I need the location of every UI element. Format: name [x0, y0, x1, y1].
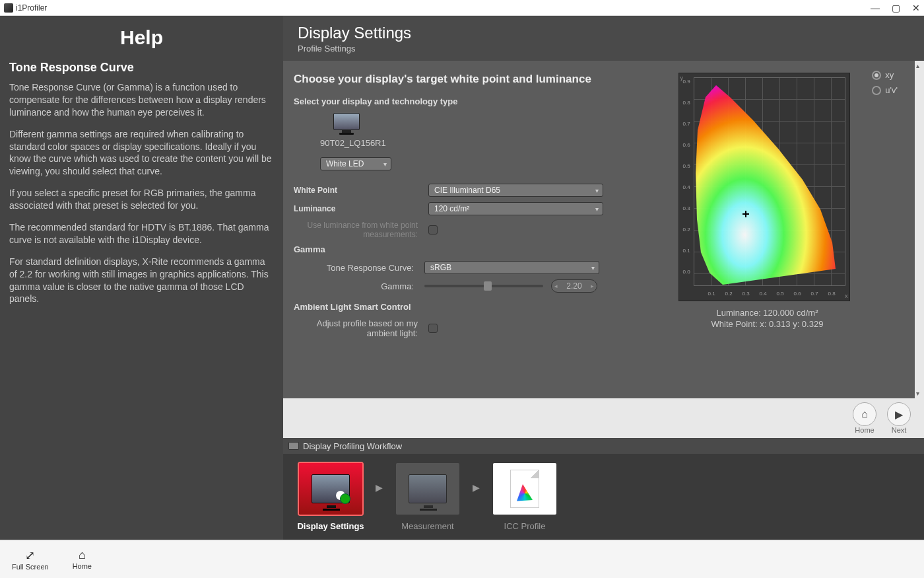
- whitepoint-label: White Point: [294, 186, 423, 195]
- workflow-body: Display Settings ▶ Measurement ▶ ICC Pro…: [283, 454, 924, 540]
- workflow-title: Display Profiling Workflow: [303, 441, 402, 451]
- window-titlebar: i1Profiler — ▢ ✕: [0, 0, 924, 16]
- workflow-step3-label: ICC Profile: [504, 521, 546, 531]
- radio-xy-label: xy: [885, 70, 894, 80]
- minimize-button[interactable]: —: [871, 3, 880, 13]
- luminance-value: 120 cd/m²: [434, 204, 469, 213]
- home-icon: ⌂: [79, 548, 86, 562]
- whitepoint-value: CIE Illuminant D65: [434, 186, 500, 195]
- alsc-sub-label: Adjust profile based on my ambient light…: [294, 318, 423, 338]
- radio-xy[interactable]: xy: [872, 70, 898, 80]
- alsc-checkbox[interactable]: [428, 324, 438, 333]
- page-subtitle: Profile Settings: [298, 44, 909, 54]
- radio-uv-label: u'v': [885, 85, 898, 95]
- chart-whitepoint-text: White Point: x: 0.313 y: 0.329: [665, 319, 870, 329]
- whitepoint-dropdown[interactable]: CIE Illuminant D65: [428, 184, 603, 197]
- workflow-step1-label: Display Settings: [297, 521, 364, 531]
- backlight-dropdown[interactable]: White LED: [320, 157, 391, 170]
- help-panel: Help Tone Response Curve Tone Response C…: [0, 16, 283, 540]
- monitor-icon: [288, 442, 299, 450]
- nav-next-label: Next: [892, 426, 907, 434]
- trc-label: Tone Response Curve:: [294, 263, 419, 273]
- chevron-right-icon: ▶: [376, 482, 383, 493]
- backlight-value: White LED: [326, 159, 364, 168]
- fullscreen-icon: ⤢: [25, 548, 35, 563]
- monitor-icon: [333, 113, 360, 135]
- chevron-right-icon: ▶: [473, 482, 480, 493]
- window-title: i1Profiler: [16, 3, 47, 13]
- maximize-button[interactable]: ▢: [892, 3, 900, 13]
- workflow-step2-label: Measurement: [401, 521, 453, 531]
- app-icon: [4, 3, 13, 13]
- nav-home-label: Home: [855, 426, 874, 434]
- select-display-label: Select your display and technology type: [294, 96, 621, 106]
- home-icon: ⌂: [853, 402, 876, 426]
- help-para-2: Different gamma settings are required wh…: [9, 128, 274, 178]
- chromaticity-chart: y x 0.90.80.70.60.50.40.30.20.10.0 0.10.…: [678, 73, 850, 301]
- page-title: Display Settings: [298, 24, 909, 42]
- help-title: Help: [9, 26, 274, 49]
- close-button[interactable]: ✕: [912, 3, 920, 13]
- luminance-label: Luminance: [294, 204, 423, 213]
- luminance-measure-label: Use luminance from white point measureme…: [294, 221, 423, 239]
- home-label: Home: [73, 562, 92, 570]
- content-area: Choose your display's target white point…: [283, 61, 924, 398]
- alsc-label: Ambient Light Smart Control: [294, 302, 621, 312]
- help-para-3: If you select a specific preset for RGB …: [9, 187, 274, 212]
- scroll-up-icon[interactable]: ▴: [916, 62, 919, 69]
- radio-uv[interactable]: u'v': [872, 85, 898, 95]
- gamma-slider-label: Gamma:: [294, 281, 419, 291]
- luminance-measure-checkbox[interactable]: [428, 225, 438, 235]
- nav-home-button[interactable]: ⌂ Home: [853, 402, 876, 434]
- workflow-step-display-settings[interactable]: Display Settings: [294, 463, 368, 531]
- help-para-4: The recommended standard for HDTV is BT.…: [9, 221, 274, 246]
- gamma-slider[interactable]: [424, 285, 543, 287]
- scroll-down-icon[interactable]: ▾: [916, 390, 919, 397]
- chart-luminance-text: Luminance: 120.000 cd/m²: [665, 308, 870, 318]
- vertical-scrollbar[interactable]: ▴ ▾: [915, 61, 924, 398]
- nav-strip: ⌂ Home ▶ Next: [283, 398, 924, 438]
- fullscreen-label: Full Screen: [12, 563, 49, 571]
- whitepoint-marker-icon: [742, 211, 749, 217]
- page-header: Display Settings Profile Settings: [283, 16, 924, 61]
- gamma-stepper[interactable]: 2.20: [551, 279, 597, 293]
- help-para-5: For standard definition displays, X-Rite…: [9, 256, 274, 306]
- display-name: 90T02_LQ156R1: [320, 138, 373, 148]
- home-button[interactable]: ⌂ Home: [73, 548, 92, 570]
- trc-value: sRGB: [430, 263, 451, 272]
- gamma-section-label: Gamma: [294, 244, 621, 254]
- bottom-toolbar: ⤢ Full Screen ⌂ Home: [0, 540, 924, 578]
- next-icon: ▶: [887, 402, 911, 426]
- workflow-step-measurement[interactable]: Measurement: [391, 463, 465, 531]
- choose-heading: Choose your display's target white point…: [294, 73, 621, 86]
- display-card[interactable]: 90T02_LQ156R1: [294, 113, 373, 148]
- fullscreen-button[interactable]: ⤢ Full Screen: [12, 548, 49, 571]
- workflow-step-icc-profile[interactable]: ICC Profile: [488, 463, 562, 531]
- nav-next-button[interactable]: ▶ Next: [887, 402, 911, 434]
- chart-panel: xy u'v': [626, 61, 924, 398]
- x-axis-label: x: [845, 293, 848, 299]
- luminance-dropdown[interactable]: 120 cd/m²: [428, 202, 603, 215]
- trc-dropdown[interactable]: sRGB: [424, 261, 599, 274]
- workflow-header: Display Profiling Workflow: [283, 438, 924, 454]
- help-subtitle: Tone Response Curve: [9, 61, 274, 75]
- gamma-value: 2.20: [566, 281, 581, 291]
- help-para-1: Tone Response Curve (or Gamma) is a func…: [9, 81, 274, 119]
